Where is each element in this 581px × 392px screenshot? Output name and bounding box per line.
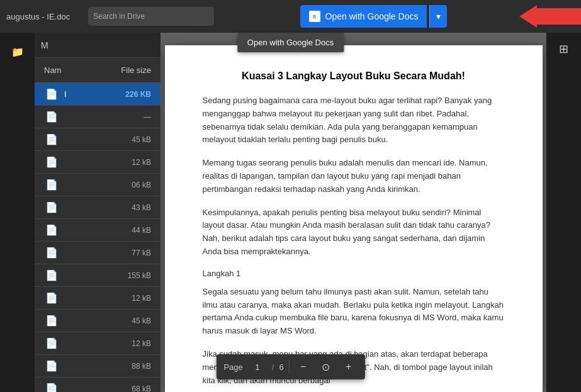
file-icon: 📄 [44,268,59,283]
page-label: Page [223,362,242,372]
document-title: Kuasai 3 Langkay Layout Buku Secara Muda… [203,70,505,82]
open-docs-button[interactable]: Open with Google Docs [300,5,427,28]
file-row[interactable]: 📄 12 kB [35,151,161,174]
file-list-header: Nam File size [35,58,161,83]
page-number-input[interactable] [248,362,267,372]
file-list: 📄 I 226 KB 📄 — 📄 45 kB 📄 12 kB 📄 [35,83,161,392]
file-size: 68 kB [107,384,151,393]
chevron-down-icon: ▾ [436,11,441,21]
grid-icon: ⊞ [559,42,568,56]
file-size: 06 kB [107,181,151,189]
toolbar-divider [289,361,290,373]
column-name-header: Nam [44,65,101,75]
file-icon: 📄 [44,200,59,215]
zoom-icon: ⊙ [322,361,330,373]
zoom-fit-button[interactable]: ⊙ [317,358,335,376]
document-preview: Kuasai 3 Langkay Layout Buku Secara Muda… [161,33,546,392]
plus-icon: + [346,361,351,372]
file-row[interactable]: 📄 — [35,106,161,128]
total-pages: 6 [279,362,283,372]
file-size: 43 kB [107,203,151,212]
file-name: I [64,89,107,99]
main-area: M Nam File size 📄 I 226 KB 📄 — 📄 45 kB [35,33,546,392]
file-icon: 📄 [44,109,59,125]
file-size: 88 kB [107,362,151,371]
file-icon: 📄 [44,313,59,328]
file-row[interactable]: 📄 68 kB [35,378,161,392]
file-size: 45 kB [107,135,151,144]
left-sidebar: 📁 [0,33,35,392]
docs-icon [309,11,320,22]
file-icon: 📄 [44,223,59,238]
file-icon: 📄 [44,132,59,147]
file-row[interactable]: 📄 45 kB [35,128,161,151]
right-sidebar: ⊞ [546,33,581,392]
open-docs-dropdown-button[interactable]: ▾ [429,5,447,28]
file-list-panel: M Nam File size 📄 I 226 KB 📄 — 📄 45 kB [35,33,161,392]
file-row[interactable]: 📄 12 kB [35,332,161,355]
file-row[interactable]: 📄 45 kB [35,310,161,332]
doc-paragraph-3: Kesimpulannya, apakah penulis penting bi… [203,206,505,259]
file-icon: 📄 [44,177,59,193]
column-size-header: File size [101,65,151,75]
file-icon: 📄 [44,155,59,170]
file-row[interactable]: 📄 06 kB [35,174,161,196]
doc-paragraph-2: Memang tugas seorang penulis buku adalah… [203,157,505,196]
file-icon: 📄 [44,245,59,260]
my-drive-label: M [41,40,48,50]
file-row[interactable]: 📄 88 kB [35,355,161,378]
file-size: 12 kB [107,339,151,348]
file-size: — [107,113,151,121]
file-size: 155 kB [107,271,151,280]
red-arrow [536,8,581,25]
file-row[interactable]: 📄 12 kB [35,287,161,310]
zoom-out-button[interactable]: − [295,358,312,376]
file-row[interactable]: 📄 I 226 KB [35,83,161,106]
file-row[interactable]: 📄 44 kB [35,219,161,242]
file-icon: 📄 [44,381,59,393]
file-icon: 📄 [44,336,59,351]
minus-icon: − [300,361,306,372]
bottom-toolbar: Page / 6 − ⊙ + [216,354,364,379]
file-icon: 📄 [44,87,59,102]
open-docs-tooltip: Open with Google Docs [237,33,344,52]
zoom-in-button[interactable]: + [340,358,358,376]
grid-view-button[interactable]: ⊞ [554,39,574,59]
page-separator: / [272,362,274,372]
doc-paragraph-4: Segala sesuatu yang belum tahu ilmunya p… [203,286,505,338]
file-size: 12 kB [107,294,151,303]
open-docs-label: Open with Google Docs [325,11,419,21]
file-icon: 📄 [44,359,59,374]
doc-step-label: Langkah 1 [203,269,505,278]
document-page: Kuasai 3 Langkay Layout Buku Secara Muda… [165,45,543,392]
window-title: augustus - IE.doc [6,12,82,21]
top-bar-center: Open with Google Docs ▾ [220,5,527,28]
file-row[interactable]: 📄 77 kB [35,242,161,264]
sidebar-item-1[interactable]: 📁 [5,39,30,64]
file-size: 44 kB [107,226,151,235]
search-bar[interactable]: Search in Drive [88,7,214,26]
file-row[interactable]: 📄 43 kB [35,196,161,219]
top-bar: augustus - IE.doc Search in Drive Open w… [0,0,581,33]
file-size: 45 kB [107,316,151,325]
doc-paragraph-1: Sedang pusing bagaimana cara me-layout b… [203,94,505,147]
file-size: 12 kB [107,158,151,167]
file-size: 77 kB [107,249,151,257]
file-row[interactable]: 📄 155 kB [35,264,161,287]
folder-icon: 📁 [11,46,24,58]
file-icon: 📄 [44,291,59,306]
search-placeholder: Search in Drive [93,12,145,21]
file-size: 226 KB [107,90,151,99]
